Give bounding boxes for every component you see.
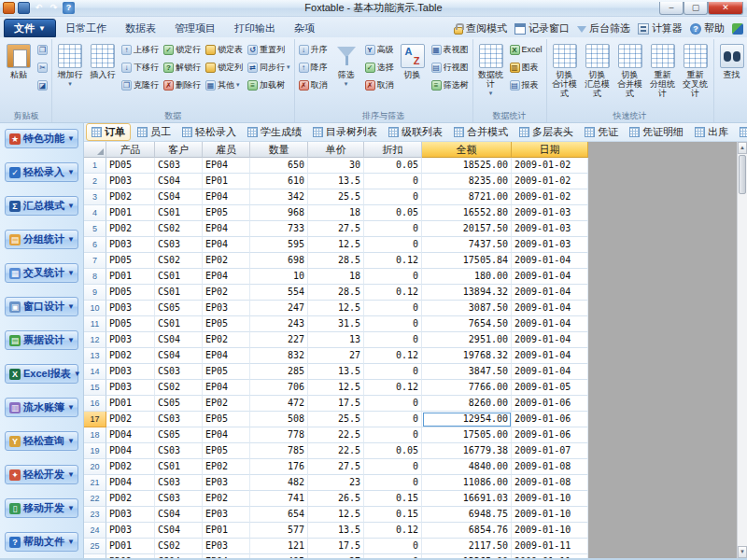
big-button-数据统计[interactable]: 数据统计▾ (475, 40, 507, 110)
small-button-锁定行[interactable]: ✓锁定行 (162, 42, 203, 57)
small-button-报表[interactable]: ▤报表 (508, 77, 544, 92)
small-button-取消[interactable]: ✗取消 (297, 77, 330, 92)
cell[interactable]: 180.00 (422, 269, 512, 285)
row-number[interactable]: 2 (84, 174, 106, 189)
table-tab-出库明细[interactable]: 出库明细 (735, 124, 747, 140)
cell[interactable]: 0.15 (364, 507, 422, 523)
cell[interactable]: PD05 (106, 158, 155, 174)
maximize-button[interactable]: ▢ (684, 2, 708, 15)
cell[interactable]: PD03 (106, 523, 155, 539)
sidebar-item-group-stat[interactable]: ▤分组统计▼ (5, 230, 78, 249)
cell[interactable]: 554 (250, 285, 308, 301)
cell[interactable]: 10 (250, 269, 308, 285)
cell[interactable]: 2951.00 (422, 332, 512, 348)
cell[interactable]: 2009-01-04 (512, 316, 588, 332)
ribbon-tab-数据表[interactable]: 数据表 (116, 19, 165, 37)
small-button-重置列[interactable]: ↺重置列 (246, 42, 292, 57)
cell[interactable]: 16552.80 (422, 205, 512, 221)
cell[interactable]: CS02 (155, 221, 203, 237)
cell[interactable]: PD05 (106, 253, 155, 269)
cell[interactable]: CS03 (155, 443, 203, 459)
cell[interactable]: 482 (250, 475, 308, 491)
small-button-克隆行[interactable]: ❐克隆行 (120, 77, 161, 92)
cell[interactable]: CS04 (155, 348, 203, 364)
cell[interactable]: 2009-01-07 (512, 443, 588, 459)
cell[interactable]: CS02 (155, 253, 203, 269)
cell[interactable]: 18525.00 (422, 158, 512, 174)
cell[interactable]: PD02 (106, 221, 155, 237)
sidebar-item-easy-query[interactable]: Y轻松查询▼ (5, 431, 78, 451)
cell[interactable]: 650 (250, 158, 308, 174)
cell[interactable]: 27 (308, 554, 364, 558)
table-tab-凭证明细[interactable]: 凭证明细 (625, 124, 688, 140)
big-button-查找[interactable]: 查找 (716, 40, 747, 110)
big-button-重新交叉统计[interactable]: 重新 交叉统计 (680, 40, 712, 110)
cell[interactable]: CS03 (155, 491, 203, 507)
scrollbar-thumb[interactable] (739, 155, 746, 194)
sidebar-item-ticket-design[interactable]: ▤票据设计▼ (5, 330, 78, 350)
cell[interactable]: 0.12 (364, 380, 422, 396)
column-header-数量[interactable]: 数量 (250, 142, 308, 158)
cell[interactable]: 0 (364, 174, 422, 189)
cell[interactable]: 0.15 (364, 491, 422, 507)
cell[interactable]: 495 (250, 554, 308, 558)
cell[interactable]: 0 (364, 189, 422, 205)
cell[interactable]: 0.12 (364, 523, 422, 539)
small-button-Excel[interactable]: XExcel (508, 42, 544, 57)
cell[interactable]: CS03 (155, 237, 203, 253)
cell[interactable]: CS01 (155, 269, 203, 285)
cell[interactable]: 27.5 (308, 459, 364, 475)
cell[interactable]: EP04 (203, 221, 250, 237)
cell[interactable]: EP02 (203, 253, 250, 269)
cell[interactable]: 0.12 (364, 348, 422, 364)
cell[interactable]: EP04 (203, 158, 250, 174)
cell[interactable]: EP02 (203, 459, 250, 475)
small-button-表视图[interactable]: ▦表视图 (430, 42, 471, 57)
cell[interactable]: EP04 (203, 427, 250, 443)
cell[interactable]: 0 (364, 237, 422, 253)
cell[interactable]: 654 (250, 507, 308, 523)
cell[interactable]: 121 (250, 539, 308, 554)
cell[interactable]: 0 (364, 412, 422, 427)
row-number[interactable]: 21 (84, 475, 106, 491)
cell[interactable]: 17.5 (308, 539, 364, 554)
cell[interactable]: 23 (308, 475, 364, 491)
cell[interactable]: EP03 (203, 507, 250, 523)
table-tab-订单[interactable]: 订单 (86, 123, 131, 141)
cell[interactable]: 8235.00 (422, 174, 512, 189)
row-number[interactable]: 13 (84, 348, 106, 364)
cell[interactable]: 16779.38 (422, 443, 512, 459)
small-button-上移行[interactable]: ↑上移行 (120, 42, 161, 57)
big-button-切换汇总模式[interactable]: 切换 汇总模式 (582, 40, 613, 110)
column-header-产品[interactable]: 产品 (106, 142, 155, 158)
cell[interactable]: CS04 (155, 189, 203, 205)
cell[interactable]: EP02 (203, 332, 250, 348)
scroll-down-icon[interactable]: ▼ (738, 546, 747, 558)
cell[interactable]: 22.5 (308, 427, 364, 443)
cell[interactable]: 2009-01-08 (512, 459, 588, 475)
file-button[interactable]: 文件 ▼ (4, 19, 56, 37)
cell[interactable]: CS04 (155, 523, 203, 539)
big-button-增加行[interactable]: 增加行▾ (54, 40, 86, 110)
cell[interactable]: EP05 (203, 412, 250, 427)
cell[interactable]: 0 (364, 475, 422, 491)
cell[interactable]: 610 (250, 174, 308, 189)
small-button-解锁行[interactable]: ?解锁行 (162, 60, 203, 75)
cell[interactable]: 17.5 (308, 396, 364, 412)
cell[interactable]: 2009-01-02 (512, 189, 588, 205)
cell[interactable]: 832 (250, 348, 308, 364)
cell[interactable]: 7437.50 (422, 237, 512, 253)
row-number[interactable]: 11 (84, 316, 106, 332)
cell[interactable]: CS01 (155, 459, 203, 475)
cell[interactable]: EP01 (203, 523, 250, 539)
small-button-图表[interactable]: ▥图表 (508, 60, 544, 75)
cell[interactable]: 4840.00 (422, 459, 512, 475)
cell[interactable]: EP04 (203, 189, 250, 205)
cell[interactable]: 20157.50 (422, 221, 512, 237)
minimize-button[interactable]: – (659, 2, 684, 15)
cell[interactable]: PD03 (106, 507, 155, 523)
sidebar-item-ledger[interactable]: ▥流水账簿▼ (5, 398, 78, 417)
cell[interactable]: 0.12 (364, 253, 422, 269)
cell[interactable]: 0.05 (364, 158, 422, 174)
cell[interactable]: 2009-01-03 (512, 237, 588, 253)
